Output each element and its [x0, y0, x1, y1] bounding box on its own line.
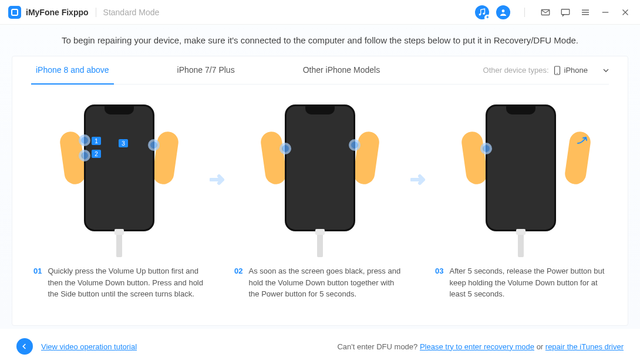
press-indicator-icon: [79, 134, 90, 146]
phone-icon: [285, 105, 355, 231]
step-2-illustration: [264, 102, 376, 255]
step-3-text: 03 After 5 seconds, release the Power bu…: [433, 265, 609, 300]
step-3-illustration: [465, 102, 577, 255]
tutorial-link[interactable]: View video operation tutorial: [41, 342, 137, 351]
step-1-illustration: 1 2 3: [63, 102, 175, 255]
hand-left-icon: [260, 130, 288, 186]
mail-icon[interactable]: [539, 6, 552, 19]
titlebar: iMyFone Fixppo Standard Mode ✦: [0, 0, 640, 25]
menu-icon[interactable]: [579, 6, 592, 19]
svg-point-6: [557, 73, 558, 74]
tab-other-iphones[interactable]: Other iPhone Models: [298, 56, 385, 85]
press-indicator-icon: [79, 150, 90, 161]
music-note-icon[interactable]: ✦: [475, 5, 489, 19]
hand-right-icon: [352, 130, 380, 186]
step-3: 03 After 5 seconds, release the Power bu…: [433, 102, 609, 300]
repair-driver-link[interactable]: repair the iTunes driver: [545, 342, 624, 351]
hand-right-icon: [151, 130, 180, 186]
instructions-card: iPhone 8 and above iPhone 7/7 Plus Other…: [12, 56, 628, 326]
step-1-text: 01 Quickly press the Volume Up button fi…: [31, 265, 207, 300]
tab-iphone8[interactable]: iPhone 8 and above: [31, 56, 114, 85]
press-indicator-icon: [148, 139, 160, 151]
step-number: 03: [435, 265, 443, 300]
footer-help: Can't enter DFU mode? Please try to ente…: [337, 342, 624, 351]
press-indicator-icon: [279, 143, 291, 154]
other-device-label: Other device types:: [483, 66, 549, 75]
footer: View video operation tutorial Can't ente…: [0, 329, 640, 364]
recovery-mode-link[interactable]: Please try to enter recovery mode: [420, 342, 534, 351]
back-button[interactable]: [16, 338, 33, 355]
divider: [96, 8, 96, 17]
step-number: 02: [234, 265, 242, 300]
app-name: iMyFone Fixppo: [26, 8, 89, 17]
press-indicator-icon: [349, 139, 361, 151]
minimize-icon[interactable]: [599, 6, 612, 19]
tabs-row: iPhone 8 and above iPhone 7/7 Plus Other…: [31, 56, 609, 85]
cable-icon: [518, 234, 524, 257]
content-area: To begin repairing your device, make sur…: [0, 25, 640, 329]
press-indicator-icon: [480, 143, 492, 154]
cable-icon: [317, 234, 323, 257]
step-1: 1 2 3 01 Quickly press the Volume Up but…: [31, 102, 207, 300]
step-2-text: 02 As soon as the screen goes black, pre…: [232, 265, 408, 300]
comment-icon[interactable]: [559, 6, 572, 19]
or-label: or: [537, 342, 545, 351]
step-description: After 5 seconds, release the Power butto…: [449, 265, 607, 300]
chevron-down-icon: [603, 69, 609, 72]
phone-icon: [486, 105, 556, 231]
arrow-right-icon: [208, 173, 231, 187]
device-type-select[interactable]: iPhone: [554, 66, 609, 75]
cant-enter-label: Can't enter DFU mode?: [337, 342, 420, 351]
steps-row: 1 2 3 01 Quickly press the Volume Up but…: [31, 102, 609, 300]
selected-device: iPhone: [564, 66, 588, 75]
close-icon[interactable]: [619, 6, 632, 19]
svg-point-2: [502, 9, 505, 12]
titlebar-icons: ✦: [475, 5, 632, 19]
svg-rect-4: [561, 9, 570, 14]
hand-left-icon: [460, 130, 489, 186]
badge-1: 1: [92, 137, 101, 145]
divider: [524, 8, 525, 17]
intro-text: To begin repairing your device, make sur…: [12, 35, 628, 45]
step-description: Quickly press the Volume Up button first…: [48, 265, 205, 300]
release-arrow-icon: [577, 134, 593, 148]
device-type-group: Other device types: iPhone: [483, 66, 609, 75]
phone-icon: [554, 66, 561, 75]
phone-icon: 1 2 3: [84, 105, 154, 231]
arrow-right-icon: [409, 173, 432, 187]
user-icon[interactable]: [496, 5, 510, 19]
badge-2: 2: [92, 150, 101, 158]
svg-point-0: [479, 14, 481, 15]
badge-3: 3: [119, 139, 128, 147]
svg-point-1: [483, 12, 484, 14]
cable-icon: [116, 234, 122, 257]
app-logo-icon: [8, 6, 21, 19]
tab-iphone7[interactable]: iPhone 7/7 Plus: [173, 56, 240, 85]
step-description: As soon as the screen goes black, press …: [248, 265, 406, 300]
step-number: 01: [33, 265, 42, 300]
mode-label: Standard Mode: [103, 8, 160, 17]
step-2: 02 As soon as the screen goes black, pre…: [232, 102, 408, 300]
